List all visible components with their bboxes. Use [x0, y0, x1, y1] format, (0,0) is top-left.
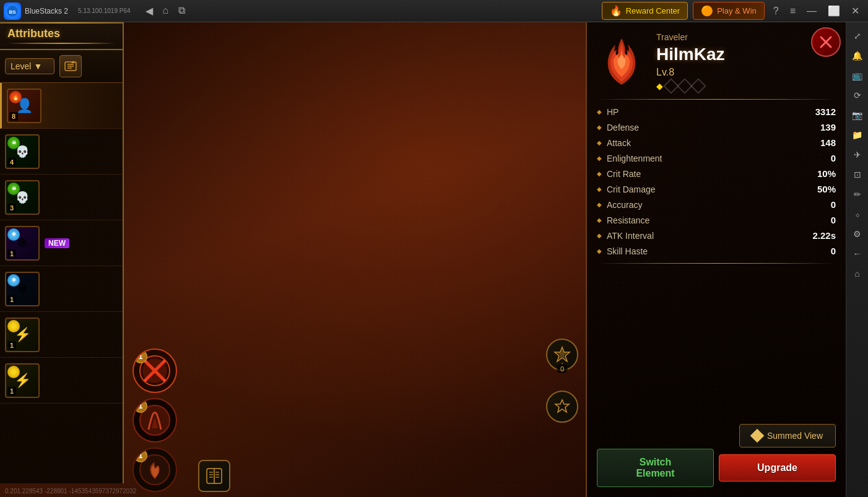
- windows-nav-button[interactable]: ⧉: [176, 2, 188, 19]
- attributes-ornament: [7, 43, 115, 44]
- menu-button[interactable]: ≡: [786, 4, 799, 18]
- left-panel: Attributes Level ▼: [0, 22, 124, 497]
- stat-value-attack: 148: [799, 137, 836, 148]
- reward-center-label: Reward Center: [626, 6, 680, 15]
- version-info: 0.201.228543 -228801 -145354359737297203…: [5, 488, 136, 495]
- switch-element-button[interactable]: SwitchElement: [597, 449, 714, 487]
- restore-button[interactable]: ⬜: [824, 4, 844, 18]
- minimize-button[interactable]: —: [803, 4, 820, 18]
- stat-name-defense: Defense: [607, 123, 799, 132]
- char-avatar-1: 👤 🔥 8: [7, 89, 41, 123]
- sidebar-macro-icon[interactable]: ⬦: [849, 205, 866, 223]
- char-avatar-5: ❄ ❄ 1: [5, 272, 40, 306]
- reward-center-button[interactable]: 🔥 Reward Center: [602, 2, 688, 20]
- char-list: 👤 🔥 8 💀 ☠ 4 💀 ☠ 3: [0, 83, 124, 483]
- stat-name-enlightenment: Enlightenment: [607, 153, 799, 163]
- char-avatar-2: 💀 ☠ 4: [5, 134, 40, 169]
- summed-view-button[interactable]: Summed View: [739, 424, 836, 447]
- stat-name-skill-haste: Skill Haste: [607, 246, 799, 256]
- sidebar-back-icon[interactable]: ←: [849, 245, 866, 262]
- new-badge-4: NEW: [45, 238, 69, 248]
- sidebar-edit-icon[interactable]: ✏: [849, 186, 866, 203]
- char-avatar-7: ⚡ ⚡ 1: [5, 363, 40, 398]
- char-element-poison-2: ☠: [7, 137, 20, 149]
- star-rating-icon[interactable]: ★ 0: [546, 339, 578, 371]
- stat-bullet-crit-rate: ◆: [597, 170, 602, 177]
- stat-bullet-enlightenment: ◆: [597, 155, 602, 162]
- char-element-lightning-6: ⚡: [7, 320, 20, 332]
- stat-value-skill-haste: 0: [799, 246, 836, 256]
- sidebar-expand-icon[interactable]: ⤢: [849, 27, 866, 45]
- sidebar-gamepad-icon[interactable]: ⊡: [849, 166, 866, 183]
- close-game-button[interactable]: [811, 27, 841, 57]
- sidebar-notification-icon[interactable]: 🔔: [849, 47, 866, 64]
- char-item-6[interactable]: ⚡ ⚡ 1: [0, 312, 123, 358]
- nav-icons: ◀ ⌂ ⧉: [143, 2, 188, 19]
- skill-badge-2: 1: [134, 399, 147, 413]
- reward-center-icon: 🔥: [610, 5, 622, 17]
- sidebar-home-icon[interactable]: ⌂: [849, 265, 866, 282]
- stat-row-crit-rate: ◆ Crit Rate 10%: [597, 166, 836, 181]
- help-button[interactable]: ?: [770, 4, 783, 18]
- star-icon-2[interactable]: [546, 391, 578, 423]
- char-avatar-4: ❄ ❄ 1: [5, 226, 40, 261]
- skill-icon-3[interactable]: 1: [132, 447, 177, 492]
- sidebar-display-icon[interactable]: 📺: [849, 67, 866, 84]
- sidebar-screenshot-icon[interactable]: 📷: [849, 106, 866, 124]
- char-avatar-3: 💀 ☠ 3: [5, 180, 40, 215]
- char-element-ice-4: ❄: [7, 228, 20, 241]
- skill-icon-1[interactable]: 1: [132, 348, 177, 393]
- stat-bullet-crit-damage: ◆: [597, 186, 602, 192]
- right-side-icons: ★ 0: [545, 339, 579, 423]
- stat-value-crit-damage: 50%: [799, 184, 836, 194]
- char-item-2[interactable]: 💀 ☠ 4: [0, 129, 123, 175]
- level-dropdown[interactable]: Level ▼: [5, 58, 54, 74]
- skill-icon-2[interactable]: 1: [132, 398, 177, 443]
- back-nav-button[interactable]: ◀: [143, 2, 155, 19]
- star-rating-value: 0: [557, 365, 568, 373]
- char-item-7[interactable]: ⚡ ⚡ 1: [0, 358, 123, 404]
- stat-row-hp: ◆ HP 3312: [597, 105, 836, 119]
- char-level-3: 3: [7, 204, 16, 212]
- stat-name-crit-damage: Crit Damage: [607, 184, 799, 194]
- char-role: Traveler: [656, 32, 836, 42]
- app-icon: BS: [4, 2, 21, 20]
- stat-row-defense: ◆ Defense 139: [597, 120, 836, 134]
- book-icon-container: [198, 460, 230, 492]
- sidebar-folder-icon[interactable]: 📁: [849, 126, 866, 144]
- right-sidebar: ⤢ 🔔 📺 ⟳ 📷 📁 ✈ ⊡ ✏ ⬦ ⚙ ← ⌂: [846, 22, 868, 497]
- stat-value-defense: 139: [799, 122, 836, 132]
- char-name-block: Traveler HilmKaz Lv.8 ◆: [656, 32, 836, 92]
- book-icon[interactable]: [198, 460, 230, 492]
- stat-value-crit-rate: 10%: [799, 168, 836, 179]
- stat-name-attack: Attack: [607, 138, 799, 148]
- level-label: Level: [11, 61, 31, 71]
- char-element-fire-1: 🔥: [9, 91, 22, 103]
- level-dropdown-arrow: ▼: [33, 61, 42, 71]
- stat-bullet-accuracy: ◆: [597, 201, 602, 208]
- stat-row-enlightenment: ◆ Enlightenment 0: [597, 151, 836, 165]
- play-win-button[interactable]: 🟠 Play & Win: [693, 2, 765, 20]
- sidebar-plane-icon[interactable]: ✈: [849, 146, 866, 163]
- bottom-buttons: SwitchElement Upgrade: [587, 449, 846, 487]
- app-version: 5.13.100.1019 P64: [78, 7, 131, 14]
- char-level-7: 1: [7, 387, 16, 395]
- close-topbar-button[interactable]: ✕: [848, 4, 863, 18]
- home-nav-button[interactable]: ⌂: [160, 2, 171, 19]
- char-item-3[interactable]: 💀 ☠ 3: [0, 175, 123, 220]
- char-flame-icon: [597, 32, 646, 88]
- attributes-title: Attributes: [7, 27, 115, 40]
- upgrade-button[interactable]: Upgrade: [719, 454, 836, 482]
- char-item-5[interactable]: ❄ ❄ 1: [0, 266, 123, 312]
- char-item-1[interactable]: 👤 🔥 8: [0, 83, 123, 129]
- stat-value-hp: 3312: [799, 106, 836, 117]
- sidebar-rotate-icon[interactable]: ⟳: [849, 87, 866, 104]
- skill-badge-3: 1: [134, 449, 147, 462]
- svg-point-12: [142, 358, 167, 383]
- level-icon-button[interactable]: [59, 55, 82, 77]
- sidebar-settings-icon[interactable]: ⚙: [849, 225, 866, 243]
- char-item-4[interactable]: ❄ ❄ 1 NEW: [0, 220, 123, 266]
- char-level-5: 1: [7, 295, 16, 304]
- star-empty-3: [690, 78, 706, 93]
- stat-bullet-resistance: ◆: [597, 217, 602, 223]
